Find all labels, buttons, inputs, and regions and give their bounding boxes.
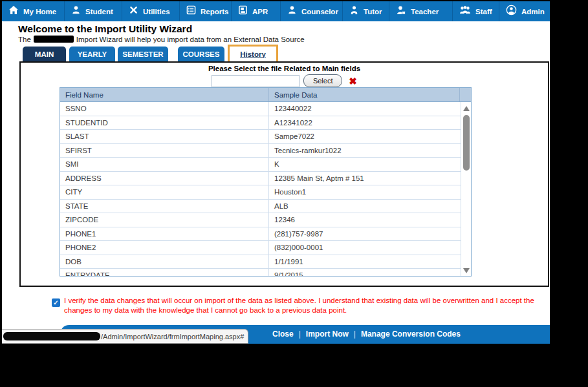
browser-page: My Home Student Utilities Reports APR Co… bbox=[2, 1, 550, 344]
import-now-link[interactable]: Import Now bbox=[306, 329, 349, 339]
tab-courses[interactable]: COURSES bbox=[178, 47, 224, 61]
tab-main[interactable]: MAIN bbox=[23, 47, 66, 61]
page-title: Welcome to the Import Utility Wizard bbox=[18, 23, 192, 35]
nav-label: Admin bbox=[521, 8, 545, 16]
nav-label: APR bbox=[252, 8, 268, 16]
field-name-cell: PHONE2 bbox=[60, 241, 269, 255]
nav-label: Reports bbox=[201, 8, 228, 16]
scroll-down-icon[interactable] bbox=[463, 268, 470, 273]
page-subtitle: TheImport Wizard will help you import da… bbox=[18, 36, 305, 44]
field-name-cell: CITY bbox=[60, 185, 269, 199]
table-row[interactable]: DOB 1/1/1991 bbox=[60, 255, 471, 269]
nav-label: Teacher bbox=[411, 8, 439, 16]
subtitle-suffix: Import Wizard will help you import data … bbox=[76, 36, 305, 43]
table-row[interactable]: SMI K bbox=[60, 158, 471, 172]
screenshot-stage: My Home Student Utilities Reports APR Co… bbox=[0, 0, 588, 387]
footer-separator: | bbox=[299, 329, 301, 339]
file-select-prompt: Please Select the file Related to Main f… bbox=[21, 65, 548, 72]
nav-item-counselor[interactable]: Counselor bbox=[281, 1, 343, 21]
table-row[interactable]: CITY Houston1 bbox=[60, 185, 471, 200]
manage-conversion-codes-link[interactable]: Manage Conversion Codes bbox=[361, 329, 461, 339]
table-row[interactable]: ADDRESS 12385 Main St, Aptm # 151 bbox=[60, 172, 471, 186]
nav-label: Counselor bbox=[301, 8, 338, 16]
table-row[interactable]: ZIPCODE 12346 bbox=[60, 213, 471, 227]
nav-item-staff[interactable]: Staff bbox=[453, 1, 499, 21]
sample-data-cell: ALB bbox=[269, 200, 471, 213]
field-name-cell: ADDRESS bbox=[60, 172, 269, 185]
top-navbar: My Home Student Utilities Reports APR Co… bbox=[2, 1, 550, 21]
sample-data-cell: 1/1/1991 bbox=[269, 255, 471, 269]
file-select-row: Select ✖ bbox=[21, 74, 548, 88]
history-tab-highlight: History bbox=[228, 45, 278, 63]
verify-statement: I verify the data changes that will occu… bbox=[64, 296, 549, 315]
nav-item-utilities[interactable]: Utilities bbox=[122, 1, 180, 21]
nav-label: My Home bbox=[23, 8, 56, 16]
teacher-icon bbox=[396, 5, 406, 18]
nav-item-admin[interactable]: Admin bbox=[499, 1, 548, 21]
sample-data-cell: (832)000-0001 bbox=[269, 241, 471, 255]
field-name-cell: DOB bbox=[60, 255, 269, 269]
sample-data-cell: (281)757-9987 bbox=[269, 227, 471, 241]
counselor-icon bbox=[287, 5, 297, 17]
field-name-cell: STUDENTID bbox=[60, 116, 269, 130]
staff-icon bbox=[459, 5, 471, 17]
sample-data-cell: 9/1/2015 bbox=[269, 269, 471, 277]
footer-links: Close | Import Now | Manage Conversion C… bbox=[272, 329, 461, 339]
table-scrollbar bbox=[461, 102, 471, 277]
field-name-cell: SFIRST bbox=[60, 144, 269, 158]
redaction-box bbox=[34, 36, 74, 43]
table-header-row: Field Name Sample Data bbox=[60, 88, 471, 102]
field-name-cell: ENTRYDATE bbox=[60, 269, 269, 277]
table-row[interactable]: SFIRST Tecnics-ramkur1022 bbox=[60, 144, 471, 158]
apr-icon bbox=[238, 5, 248, 17]
tab-history[interactable]: History bbox=[240, 50, 266, 58]
sample-data-cell: 12385 Main St, Aptm # 151 bbox=[269, 172, 471, 185]
sample-data-cell: K bbox=[269, 158, 471, 171]
table-row[interactable]: SLAST Sampe7022 bbox=[60, 130, 471, 144]
field-name-cell: ZIPCODE bbox=[60, 213, 269, 227]
subtitle-prefix: The bbox=[18, 36, 31, 43]
red-x-icon[interactable]: ✖ bbox=[349, 76, 357, 86]
student-icon bbox=[71, 5, 81, 17]
tutor-icon bbox=[349, 5, 359, 17]
table-row[interactable]: PHONE1 (281)757-9987 bbox=[60, 227, 471, 242]
status-url-text: /Admin/ImportWizard/frmImportMaping.aspx… bbox=[101, 333, 244, 340]
nav-item-my-home[interactable]: My Home bbox=[2, 1, 65, 21]
reports-icon bbox=[186, 5, 196, 17]
nav-item-apr[interactable]: APR bbox=[232, 1, 281, 21]
file-path-input[interactable] bbox=[212, 75, 299, 87]
scroll-up-icon[interactable] bbox=[463, 106, 470, 111]
table-row[interactable]: ENTRYDATE 9/1/2015 bbox=[60, 269, 471, 277]
scrollbar-thumb[interactable] bbox=[463, 115, 470, 171]
nav-label: Utilities bbox=[143, 8, 170, 16]
table-row[interactable]: STATE ALB bbox=[60, 200, 471, 214]
table-body: SSNO 123440022 STUDENTID A12341022 SLAST… bbox=[60, 102, 471, 277]
field-name-cell: SSNO bbox=[60, 102, 269, 116]
nav-item-tutor[interactable]: Tutor bbox=[343, 1, 389, 21]
admin-icon bbox=[506, 5, 517, 18]
nav-item-teacher[interactable]: Teacher bbox=[389, 1, 453, 21]
sample-data-cell: A12341022 bbox=[269, 116, 471, 130]
home-icon bbox=[8, 5, 19, 18]
sample-data-cell: 12346 bbox=[269, 213, 471, 227]
close-link[interactable]: Close bbox=[272, 329, 294, 339]
field-name-cell: PHONE1 bbox=[60, 227, 269, 241]
table-row[interactable]: STUDENTID A12341022 bbox=[60, 116, 471, 131]
field-name-cell: STATE bbox=[60, 200, 269, 213]
select-file-button[interactable]: Select bbox=[303, 74, 342, 87]
verify-checkbox[interactable] bbox=[52, 298, 60, 307]
table-row[interactable]: PHONE2 (832)000-0001 bbox=[60, 241, 471, 255]
tab-semester[interactable]: SEMESTER bbox=[118, 47, 168, 61]
nav-label: Staff bbox=[475, 8, 492, 16]
sample-data-cell: Sampe7022 bbox=[269, 130, 471, 143]
column-header-field-name: Field Name bbox=[60, 88, 269, 101]
status-url-tooltip: /Admin/ImportWizard/frmImportMaping.aspx… bbox=[2, 329, 248, 344]
nav-item-student[interactable]: Student bbox=[65, 1, 122, 21]
nav-label: Student bbox=[85, 8, 113, 16]
column-header-spacer bbox=[460, 88, 471, 101]
url-redaction-scribble bbox=[3, 332, 100, 340]
table-row[interactable]: SSNO 123440022 bbox=[60, 102, 471, 116]
tab-yearly[interactable]: YEARLY bbox=[69, 47, 115, 61]
utilities-icon bbox=[129, 5, 138, 17]
nav-item-reports[interactable]: Reports bbox=[180, 1, 232, 21]
